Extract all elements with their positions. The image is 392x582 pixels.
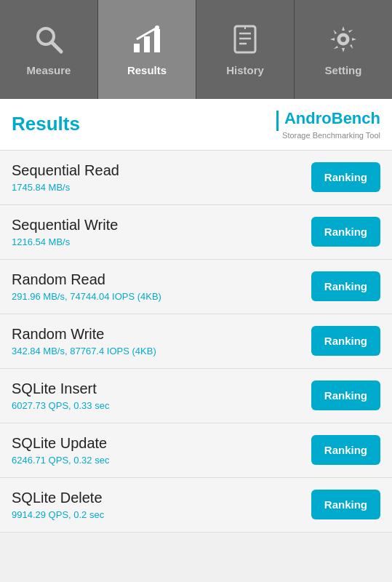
measure-icon <box>33 23 65 60</box>
result-value: 342.84 MB/s, 87767.4 IOPS (4KB) <box>12 346 156 356</box>
ranking-button[interactable]: Ranking <box>311 490 380 519</box>
results-list: Sequential Read1745.84 MB/sRankingSequen… <box>0 151 392 533</box>
table-row: SQLite Delete9914.29 QPS, 0.2 secRanking <box>0 478 392 533</box>
result-info: Random Read291.96 MB/s, 74744.04 IOPS (4… <box>12 271 161 302</box>
result-name: Random Read <box>12 271 161 288</box>
result-info: SQLite Update6246.71 QPS, 0.32 sec <box>12 435 109 466</box>
svg-point-11 <box>340 36 347 43</box>
result-value: 6027.73 QPS, 0.33 sec <box>12 400 109 411</box>
nav-item-history[interactable]: History <box>196 0 295 99</box>
result-info: Sequential Read1745.84 MB/s <box>12 162 119 193</box>
brand-divider <box>276 111 279 131</box>
table-row: Sequential Write1216.54 MB/sRanking <box>0 205 392 260</box>
svg-line-1 <box>52 42 61 52</box>
table-row: SQLite Insert6027.73 QPS, 0.33 secRankin… <box>0 369 392 423</box>
table-row: Random Write342.84 MB/s, 87767.4 IOPS (4… <box>0 314 392 369</box>
result-info: Sequential Write1216.54 MB/s <box>12 217 118 247</box>
result-name: Sequential Read <box>12 162 119 179</box>
brand-suffix: Bench <box>332 109 380 127</box>
nav-label-measure: Measure <box>27 64 71 76</box>
result-name: SQLite Insert <box>12 380 109 397</box>
nav-label-results: Results <box>127 64 167 76</box>
ranking-button[interactable]: Ranking <box>311 380 380 410</box>
result-value: 6246.71 QPS, 0.32 sec <box>12 455 109 466</box>
svg-rect-3 <box>144 36 150 52</box>
svg-rect-4 <box>154 29 160 52</box>
settings-icon <box>327 23 359 60</box>
page-header: Results AndroBench Storage Benchmarking … <box>0 99 392 151</box>
nav-label-history: History <box>226 64 264 76</box>
ranking-button[interactable]: Ranking <box>311 162 380 192</box>
ranking-button[interactable]: Ranking <box>311 271 380 301</box>
history-icon <box>229 23 261 60</box>
result-value: 291.96 MB/s, 74744.04 IOPS (4KB) <box>12 291 161 302</box>
table-row: Random Read291.96 MB/s, 74744.04 IOPS (4… <box>0 260 392 314</box>
result-info: SQLite Insert6027.73 QPS, 0.33 sec <box>12 380 109 411</box>
brand-logo: AndroBench Storage Benchmarking Tool <box>276 109 380 140</box>
result-value: 1745.84 MB/s <box>12 182 119 193</box>
result-value: 9914.29 QPS, 0.2 sec <box>12 509 104 520</box>
nav-item-results[interactable]: Results <box>98 0 196 99</box>
result-info: SQLite Delete9914.29 QPS, 0.2 sec <box>12 490 104 520</box>
brand-subtitle: Storage Benchmarking Tool <box>282 131 380 140</box>
results-icon <box>131 23 163 60</box>
table-row: SQLite Update6246.71 QPS, 0.32 secRankin… <box>0 423 392 478</box>
result-info: Random Write342.84 MB/s, 87767.4 IOPS (4… <box>12 326 156 356</box>
result-name: SQLite Update <box>12 435 109 452</box>
result-name: Random Write <box>12 326 156 343</box>
brand-name: AndroBench <box>284 109 380 127</box>
ranking-button[interactable]: Ranking <box>311 435 380 465</box>
result-name: Sequential Write <box>12 217 118 234</box>
nav-item-setting[interactable]: Setting <box>295 0 392 99</box>
table-row: Sequential Read1745.84 MB/sRanking <box>0 151 392 205</box>
nav-item-measure[interactable]: Measure <box>0 0 98 99</box>
result-value: 1216.54 MB/s <box>12 236 118 247</box>
result-name: SQLite Delete <box>12 490 104 506</box>
svg-point-5 <box>155 25 159 30</box>
svg-rect-2 <box>134 44 140 52</box>
top-navigation: Measure Results History <box>0 0 392 99</box>
ranking-button[interactable]: Ranking <box>311 326 380 356</box>
page-title: Results <box>12 113 80 135</box>
ranking-button[interactable]: Ranking <box>311 217 380 247</box>
nav-label-setting: Setting <box>325 64 362 76</box>
brand-prefix: Andro <box>284 109 332 127</box>
